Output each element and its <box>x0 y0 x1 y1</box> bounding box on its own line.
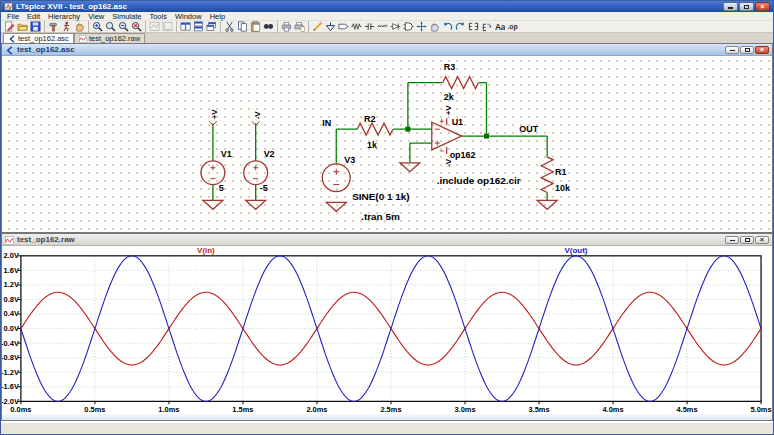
wire-icon[interactable] <box>311 21 324 33</box>
zoom-fit-icon[interactable] <box>130 21 143 33</box>
menu-simulate[interactable]: Simulate <box>108 12 145 21</box>
save-icon[interactable] <box>29 21 42 33</box>
y-tick-label: 1.6V <box>4 266 19 275</box>
spice-directive-icon[interactable]: .op <box>506 21 519 33</box>
ref-label: V1 <box>221 149 232 159</box>
waveform-pane[interactable]: 0.0ms0.5ms1.0ms1.5ms2.0ms2.5ms3.0ms3.5ms… <box>2 246 772 420</box>
ref-label: R2 <box>364 114 375 124</box>
component-v2[interactable]: -V V2 -5 <box>244 111 275 210</box>
directive-include[interactable]: .include op162.cir <box>437 175 521 186</box>
x-tick-label: 1.0ms <box>158 405 179 414</box>
component-v3[interactable]: V3 SINE(0 1 1k) <box>322 155 409 211</box>
ref-label: V2 <box>264 149 275 159</box>
waveform-plot: 0.0ms0.5ms1.0ms1.5ms2.0ms2.5ms3.0ms3.5ms… <box>2 246 772 420</box>
cut-icon[interactable] <box>223 21 236 33</box>
pan-icon[interactable] <box>104 21 117 33</box>
menu-window[interactable]: Window <box>171 12 206 21</box>
y-tick-label: -2.0V <box>2 397 19 406</box>
cascade-windows-icon[interactable] <box>205 21 218 33</box>
net-label-icon[interactable] <box>337 21 350 33</box>
rail-label: +V <box>444 105 453 116</box>
find-icon[interactable] <box>262 21 275 33</box>
waveform-scroll-strip <box>2 414 772 420</box>
schematic-restore-button[interactable] <box>740 46 754 54</box>
schematic-canvas[interactable]: +V V1 5 -V V2 -5 <box>2 56 772 232</box>
menu-edit[interactable]: Edit <box>23 12 44 21</box>
ref-label: R1 <box>555 167 566 177</box>
drag-icon[interactable] <box>428 21 441 33</box>
x-tick-label: 2.5ms <box>380 405 401 414</box>
y-tick-label: 2.0V <box>4 251 19 260</box>
halt-icon[interactable] <box>73 21 86 33</box>
value-label: -5 <box>260 184 268 194</box>
menu-hierarchy[interactable]: Hierarchy <box>44 12 84 21</box>
run-icon[interactable] <box>60 21 73 33</box>
undo-icon[interactable] <box>441 21 454 33</box>
new-schematic-icon[interactable] <box>3 21 16 33</box>
menu-tools[interactable]: Tools <box>145 12 171 21</box>
net-label-in[interactable]: IN <box>322 118 331 128</box>
value-label: SINE(0 1 1k) <box>352 191 409 202</box>
open-icon[interactable] <box>16 21 29 33</box>
component-r3[interactable]: R3 2k <box>443 62 479 102</box>
tile-horizontal-icon[interactable] <box>192 21 205 33</box>
paste-icon[interactable] <box>249 21 262 33</box>
schematic-minimize-button[interactable] <box>725 46 739 54</box>
y-tick-label: 1.2V <box>4 280 19 289</box>
x-tick-label: 1.5ms <box>232 405 253 414</box>
waveform-window-title: test_op162.raw <box>17 234 722 246</box>
tab-label: test_op162.raw <box>89 34 140 43</box>
redo-icon[interactable] <box>454 21 467 33</box>
ref-label: U1 <box>452 117 463 127</box>
component-icon[interactable] <box>402 21 415 33</box>
menu-help[interactable]: Help <box>206 12 229 21</box>
y-tick-label: -1.6V <box>2 382 19 391</box>
tile-vertical-icon[interactable] <box>179 21 192 33</box>
tab-strip: test_op162.asctest_op162.raw <box>1 33 773 43</box>
menu-file[interactable]: File <box>3 12 23 21</box>
waveform-minimize-button[interactable] <box>725 236 739 244</box>
copy-icon[interactable] <box>236 21 249 33</box>
ground-icon[interactable] <box>324 21 337 33</box>
zoom-back-icon[interactable] <box>117 21 130 33</box>
control-panel-icon[interactable] <box>47 21 60 33</box>
ref-label: R3 <box>444 62 455 72</box>
diode-icon[interactable] <box>389 21 402 33</box>
mirror-icon[interactable] <box>467 21 480 33</box>
component-r1[interactable]: R1 10k <box>537 157 570 209</box>
print-icon[interactable] <box>280 21 293 33</box>
net-flag-label: +V <box>210 109 219 120</box>
close-button[interactable]: × <box>755 2 770 11</box>
mark-data-points-icon[interactable] <box>148 21 161 33</box>
net-label-out[interactable]: OUT <box>519 124 538 134</box>
inductor-icon[interactable] <box>376 21 389 33</box>
schematic-close-button[interactable]: × <box>755 46 769 54</box>
plot-settings-icon[interactable] <box>161 21 174 33</box>
resistor-icon[interactable] <box>350 21 363 33</box>
rotate-icon[interactable] <box>480 21 493 33</box>
component-u1[interactable]: +V -V U1 op162 <box>400 105 476 172</box>
window-title: LTspice XVII - test_op162.asc <box>16 1 723 12</box>
tab-label: test_op162.asc <box>18 34 69 43</box>
zoom-area-icon[interactable] <box>91 21 104 33</box>
component-v1[interactable]: +V V1 5 <box>201 109 232 210</box>
component-r2[interactable]: R2 1k <box>357 114 393 150</box>
legend-V(in)[interactable]: V(in) <box>197 246 215 255</box>
junction-dot <box>405 127 410 132</box>
tab-test_op162.raw[interactable]: test_op162.raw <box>74 33 145 43</box>
print-preview-icon[interactable] <box>293 21 306 33</box>
legend-V(out)[interactable]: V(out) <box>565 246 588 255</box>
capacitor-icon[interactable] <box>363 21 376 33</box>
text-icon[interactable]: Aa <box>493 21 506 33</box>
maximize-button[interactable] <box>739 2 754 11</box>
minimize-button[interactable] <box>723 2 738 11</box>
menu-view[interactable]: View <box>84 12 108 21</box>
x-tick-label: 4.5ms <box>676 405 697 414</box>
waveform-close-button[interactable]: × <box>755 236 769 244</box>
schematic-titlebar: test_op162.asc × <box>2 44 772 56</box>
x-tick-label: 3.0ms <box>454 405 475 414</box>
directive-tran[interactable]: .tran 5m <box>361 211 400 222</box>
app-icon <box>4 2 13 11</box>
waveform-restore-button[interactable] <box>740 236 754 244</box>
move-icon[interactable] <box>415 21 428 33</box>
